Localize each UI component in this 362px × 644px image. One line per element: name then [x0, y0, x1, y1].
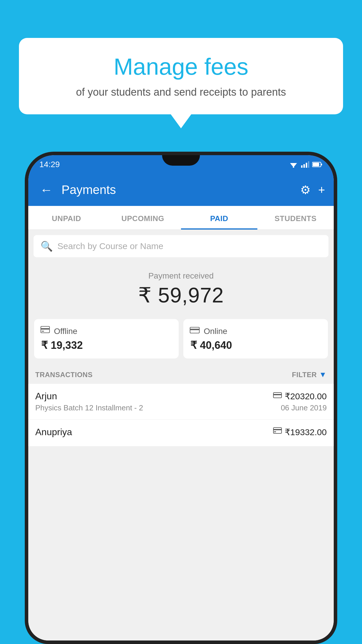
transaction-type-icon-online	[273, 392, 282, 401]
svg-rect-17	[273, 428, 282, 433]
transaction-item[interactable]: Arjun ₹20320.00 Physics	[28, 384, 334, 420]
app-bar: ← Payments ⚙ +	[28, 174, 334, 206]
transaction-row-2: Physics Batch 12 Installment - 2 06 June…	[35, 403, 327, 412]
offline-amount: ₹ 19,332	[41, 339, 172, 351]
online-label: Online	[204, 327, 227, 336]
svg-rect-5	[306, 163, 307, 168]
add-button[interactable]: +	[318, 183, 325, 197]
filter-button[interactable]: FILTER ▼	[292, 370, 327, 379]
payment-received-section: Payment received ₹ 59,972	[28, 262, 334, 313]
bubble-title: Manage fees	[36, 54, 326, 80]
back-button[interactable]: ←	[37, 180, 56, 200]
tab-students[interactable]: STUDENTS	[257, 206, 334, 230]
transaction-course: Physics Batch 12 Installment - 2	[35, 403, 143, 412]
online-card: Online ₹ 40,640	[183, 319, 328, 358]
transaction-name: Arjun	[35, 391, 57, 402]
transaction-item[interactable]: Anupriya ₹19332.00	[28, 420, 334, 447]
transactions-label: TRANSACTIONS	[35, 371, 93, 379]
online-amount: ₹ 40,640	[190, 339, 321, 351]
transaction-date: 06 June 2019	[281, 403, 327, 412]
tabs-bar: UNPAID UPCOMING PAID STUDENTS	[28, 206, 334, 230]
tab-upcoming[interactable]: UPCOMING	[105, 206, 181, 230]
transaction-type-icon-offline	[273, 427, 282, 437]
offline-card: Offline ₹ 19,332	[34, 319, 179, 358]
payment-received-label: Payment received	[34, 271, 328, 281]
transactions-header: TRANSACTIONS FILTER ▼	[28, 364, 334, 384]
speech-bubble-container: Manage fees of your students and send re…	[19, 38, 343, 114]
payment-amount: ₹ 59,972	[34, 283, 328, 307]
settings-button[interactable]: ⚙	[300, 183, 311, 197]
svg-rect-12	[42, 331, 44, 332]
svg-rect-4	[303, 164, 305, 168]
svg-rect-18	[273, 429, 282, 430]
filter-label: FILTER	[292, 371, 317, 379]
app-title: Payments	[61, 183, 294, 197]
phone-frame: 14:29	[25, 152, 337, 644]
transaction-amount-wrap-2: ₹19332.00	[273, 427, 327, 437]
transaction-row-1: Arjun ₹20320.00	[35, 391, 327, 402]
svg-rect-3	[301, 165, 303, 168]
wifi-icon	[289, 161, 298, 168]
transaction-amount-wrap: ₹20320.00	[273, 391, 327, 401]
battery-icon	[312, 162, 323, 167]
main-content: 🔍 Search by Course or Name Payment recei…	[28, 230, 334, 640]
status-bar: 14:29	[28, 155, 334, 174]
offline-icon	[41, 326, 50, 336]
tab-paid[interactable]: PAID	[181, 206, 257, 230]
status-time: 14:29	[39, 160, 60, 169]
search-placeholder: Search by Course or Name	[57, 241, 164, 251]
online-card-header: Online	[190, 326, 321, 336]
search-icon: 🔍	[41, 240, 53, 252]
transaction-row-1: Anupriya ₹19332.00	[35, 427, 327, 438]
transaction-amount: ₹20320.00	[285, 391, 327, 401]
app-bar-actions: ⚙ +	[300, 183, 325, 197]
signal-icon	[301, 161, 309, 168]
tab-unpaid[interactable]: UNPAID	[28, 206, 105, 230]
svg-rect-16	[273, 394, 282, 395]
status-icons	[289, 161, 323, 168]
svg-rect-19	[274, 431, 276, 432]
svg-rect-8	[321, 164, 322, 165]
transaction-list: Arjun ₹20320.00 Physics	[28, 384, 334, 447]
phone-screen: 14:29	[28, 155, 334, 640]
payment-cards: Offline ₹ 19,332 Online	[28, 313, 334, 364]
svg-rect-6	[308, 161, 309, 168]
search-container[interactable]: 🔍 Search by Course or Name	[34, 235, 328, 257]
svg-rect-11	[41, 328, 50, 330]
transaction-name-2: Anupriya	[35, 427, 72, 438]
speech-bubble: Manage fees of your students and send re…	[19, 38, 343, 114]
notch	[162, 155, 200, 166]
offline-label: Offline	[54, 327, 77, 336]
svg-rect-14	[190, 329, 199, 330]
offline-card-header: Offline	[41, 326, 172, 336]
transaction-amount-2: ₹19332.00	[285, 427, 327, 437]
online-icon	[190, 326, 200, 336]
svg-point-2	[293, 167, 294, 168]
filter-icon: ▼	[319, 370, 327, 379]
bubble-subtitle: of your students and send receipts to pa…	[36, 86, 326, 98]
svg-rect-9	[313, 163, 319, 166]
